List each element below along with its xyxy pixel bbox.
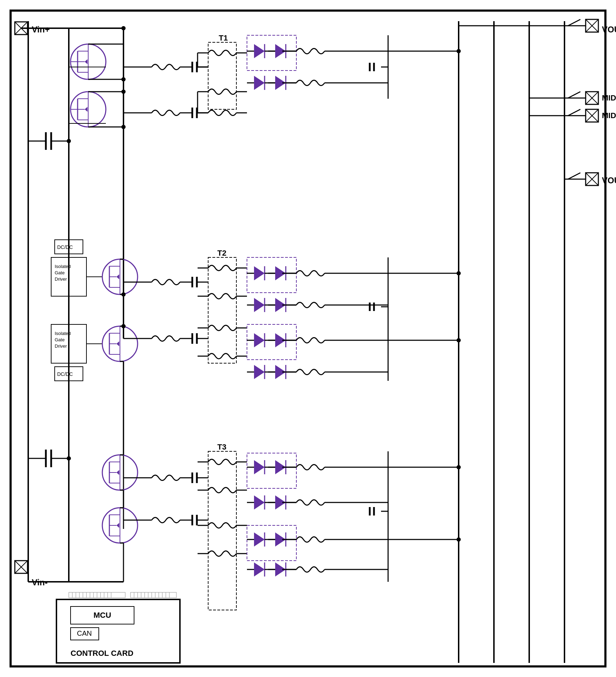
vout-minus-label: VOUT- — [602, 176, 616, 185]
svg-marker-183 — [254, 365, 265, 379]
svg-text:Driver: Driver — [55, 276, 67, 282]
svg-rect-0 — [11, 11, 605, 666]
svg-marker-197 — [116, 470, 119, 475]
svg-point-43 — [121, 77, 126, 81]
svg-marker-70 — [254, 76, 265, 90]
svg-text:Isolated: Isolated — [55, 264, 71, 269]
vin-minus-label: Vin- — [32, 578, 48, 587]
svg-point-338 — [121, 26, 126, 30]
t1-label: T1 — [219, 33, 228, 42]
circuit-diagram: T1 — [0, 0, 616, 677]
svg-text:CONTROL CARD: CONTROL CARD — [71, 649, 133, 658]
svg-line-98 — [568, 19, 580, 26]
svg-marker-175 — [254, 333, 265, 347]
svg-marker-27 — [85, 59, 87, 64]
svg-line-101 — [568, 173, 580, 179]
svg-text:MCU: MCU — [93, 611, 111, 620]
svg-rect-142 — [208, 257, 236, 363]
svg-point-345 — [457, 465, 461, 469]
svg-rect-214 — [208, 451, 236, 610]
svg-marker-230 — [254, 460, 265, 474]
svg-marker-238 — [254, 495, 265, 510]
svg-marker-122 — [116, 274, 119, 279]
svg-marker-129 — [116, 341, 119, 346]
vout-plus-label: VOUT+ — [602, 25, 616, 34]
svg-point-346 — [457, 537, 461, 542]
svg-point-339 — [121, 125, 126, 129]
svg-line-99 — [568, 92, 580, 98]
svg-text:T2: T2 — [217, 249, 227, 257]
mid-vout-minus-label: MID/VOUT- — [602, 93, 616, 102]
svg-point-344 — [457, 338, 461, 342]
svg-marker-247 — [254, 532, 265, 547]
vin-plus-label: Vin+ — [32, 25, 50, 34]
svg-text:T3: T3 — [217, 443, 227, 451]
svg-marker-255 — [254, 562, 265, 577]
svg-text:Isolated: Isolated — [55, 331, 71, 336]
svg-text:Driver: Driver — [55, 343, 67, 349]
svg-marker-204 — [116, 523, 119, 528]
svg-point-343 — [457, 271, 461, 275]
svg-text:DC/DC: DC/DC — [57, 371, 73, 377]
svg-line-100 — [568, 109, 580, 116]
svg-marker-38 — [85, 107, 87, 112]
svg-text:DC/DC: DC/DC — [57, 244, 73, 250]
svg-point-342 — [457, 49, 461, 53]
svg-text:Gate: Gate — [55, 337, 65, 342]
svg-point-44 — [121, 90, 126, 94]
svg-text:CAN: CAN — [77, 629, 92, 637]
svg-point-340 — [121, 292, 126, 297]
svg-marker-158 — [254, 266, 265, 280]
mid-vout-plus-label: MID/VOUT+ — [602, 111, 616, 120]
svg-marker-62 — [254, 44, 265, 58]
svg-point-341 — [121, 324, 126, 328]
svg-marker-166 — [254, 298, 265, 312]
svg-text:Gate: Gate — [55, 270, 65, 275]
